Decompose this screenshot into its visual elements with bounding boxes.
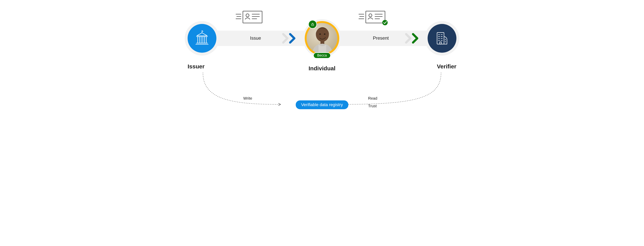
- individual-label: Individual: [308, 65, 336, 72]
- verifier-label: Verifier: [437, 63, 456, 70]
- verifier-circle: [428, 24, 456, 53]
- svg-point-11: [316, 27, 329, 42]
- present-chevrons: [404, 33, 424, 44]
- registry-label: Verifiable data registry: [301, 102, 343, 107]
- verifiable-data-registry: Verifiable data registry: [296, 100, 348, 109]
- chevron-right-icon: [413, 34, 417, 42]
- diagram-canvas: Becca Issuer Individual Verifier Issue P…: [174, 0, 470, 113]
- issuer-circle: [188, 24, 216, 53]
- svg-point-40: [369, 14, 372, 17]
- svg-rect-16: [437, 33, 444, 44]
- lock-icon: [311, 23, 314, 26]
- svg-rect-31: [243, 11, 262, 23]
- credential-card-verified-icon: [358, 9, 389, 28]
- svg-point-32: [246, 14, 249, 17]
- svg-rect-15: [312, 24, 314, 26]
- lock-badge: [308, 20, 317, 29]
- svg-rect-39: [366, 11, 385, 23]
- write-label: Write: [243, 96, 252, 101]
- present-step-label: Present: [373, 35, 389, 41]
- svg-point-12: [319, 33, 321, 35]
- trust-label: Trust: [368, 104, 377, 108]
- government-building-icon: [193, 30, 211, 47]
- svg-rect-25: [440, 42, 442, 44]
- issuer-node: [185, 21, 219, 56]
- chevron-right-icon: [290, 34, 294, 42]
- svg-point-13: [324, 33, 326, 35]
- credential-card-icon: [236, 9, 264, 26]
- checkmark-badge: [382, 20, 388, 25]
- issue-step-label: Issue: [250, 35, 261, 41]
- issuer-label: Issuer: [188, 63, 204, 70]
- individual-name: Becca: [317, 53, 327, 57]
- individual-name-pill: Becca: [313, 52, 331, 59]
- read-label: Read: [368, 96, 377, 101]
- svg-rect-14: [320, 41, 324, 44]
- chevron-right-icon: [283, 34, 288, 42]
- individual-ring: Becca: [303, 19, 341, 57]
- verifier-node: [425, 21, 459, 56]
- issue-chevrons: [282, 33, 301, 44]
- chevron-right-icon: [406, 34, 410, 42]
- office-building-icon: [434, 30, 450, 47]
- individual-node: Becca: [303, 19, 341, 57]
